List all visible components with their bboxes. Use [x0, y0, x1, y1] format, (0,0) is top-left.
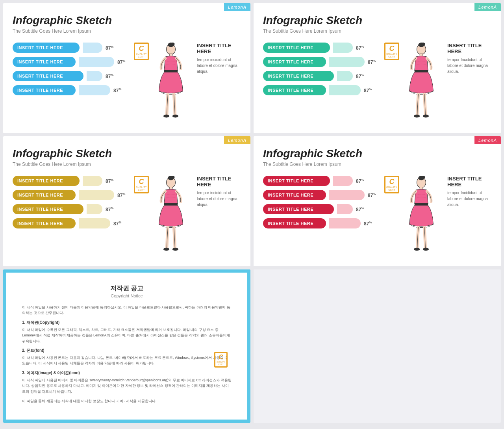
- svg-point-12: [414, 115, 420, 118]
- slide-red-content: INSERT TITLE HERE 87% INSERT TITLE HERE …: [263, 176, 491, 254]
- right-title-red: INSERT TITLE HERE: [447, 176, 491, 188]
- svg-point-2: [171, 43, 175, 46]
- bar-track: [337, 71, 353, 81]
- bar-track: [329, 85, 361, 95]
- slide-teal-subtitle: The Subtitle Goes Here Lorem Ipsum: [263, 28, 491, 34]
- bar-track: [333, 176, 353, 186]
- bar-percent: 87%: [113, 87, 124, 93]
- bar-track: [329, 190, 365, 200]
- bar-filled: INSERT TITLE HERE: [263, 218, 326, 228]
- right-text-blue: INSERT TITLE HERE tempor incididunt ut l…: [193, 43, 241, 74]
- bar-row: INSERT TITLE HERE 87%: [263, 85, 379, 95]
- bar-filled: INSERT TITLE HERE: [263, 57, 326, 67]
- bar-percent: 87%: [113, 221, 124, 227]
- bar-track: [333, 43, 353, 53]
- bar-percent: 87%: [106, 178, 117, 184]
- bar-row: INSERT TITLE HERE 87%: [13, 204, 128, 214]
- bar-track: [83, 176, 102, 186]
- right-text-yellow: INSERT TITLE HERE tempor incididunt ut l…: [193, 176, 241, 208]
- fashion-figure-blue: [151, 43, 191, 121]
- bar-track: [87, 71, 102, 81]
- bar-filled: INSERT TITLE HERE: [13, 190, 76, 200]
- slide-blue-subtitle: The Subtitle Goes Here Lorem Ipsum: [13, 28, 241, 34]
- badge-yellow: LemonA: [224, 136, 250, 144]
- bars-section-blue: INSERT TITLE HERE 87% INSERT TITLE HERE …: [13, 43, 132, 95]
- slide-red-subtitle: The Subtitle Goes Here Lorem Ipsum: [263, 162, 491, 167]
- right-body-teal: tempor Incididunt ut labore et dolore ma…: [447, 57, 491, 74]
- right-title-yellow: INSERT TITLE HERE: [197, 176, 241, 188]
- copyright-section-1: 1. 저작권(Copyright) 이 서식 파일에 수록된 모든 그래픽, 텍…: [22, 320, 232, 344]
- bar-row: INSERT TITLE HERE 87%: [13, 176, 128, 186]
- bar-filled: INSERT TITLE HERE: [13, 85, 76, 95]
- bar-row: INSERT TITLE HERE 87%: [263, 190, 379, 200]
- bar-row: INSERT TITLE HERE 87%: [13, 43, 128, 53]
- figure-area-red: [399, 176, 443, 254]
- bar-filled: INSERT TITLE HERE: [13, 176, 80, 186]
- bar-filled: INSERT TITLE HERE: [263, 85, 326, 95]
- bar-row: INSERT TITLE HERE 87%: [13, 218, 128, 228]
- right-title-teal: INSERT TITLE HERE: [447, 43, 491, 54]
- svg-point-9: [421, 43, 425, 46]
- bar-row: INSERT TITLE HERE 87%: [13, 190, 128, 200]
- slide-teal-title: Infographic Sketch: [263, 14, 491, 27]
- copyright-section-2: 2. 폰트(font) 이 서식 파일에 사용된 폰트는 다음과 같습니다. 나…: [22, 348, 232, 366]
- copyright-title: 저작권 공고: [22, 284, 232, 293]
- main-grid: LemonA Infographic Sketch The Subtitle G…: [0, 0, 504, 426]
- slide-blue-content: INSERT TITLE HERE 87% INSERT TITLE HERE …: [13, 43, 241, 121]
- bar-filled: INSERT TITLE HERE: [13, 218, 76, 228]
- bar-percent: 87%: [368, 192, 379, 198]
- copyright-section-4: 이 파일을 통해 제공되는 서식에 대한 어떠한 보장도 합니다 기이 · 서식…: [22, 398, 232, 404]
- bar-row: INSERT TITLE HERE 87%: [263, 71, 379, 81]
- c-logo-blue: C QUALITYCERT: [134, 43, 149, 60]
- bar-filled: INSERT TITLE HERE: [13, 204, 83, 214]
- bar-row: INSERT TITLE HERE 87%: [263, 218, 379, 228]
- svg-point-16: [171, 176, 175, 179]
- bar-percent: 87%: [356, 206, 367, 212]
- bar-percent: 87%: [106, 45, 117, 51]
- bar-track: [83, 43, 102, 53]
- svg-point-20: [172, 248, 178, 251]
- figure-area-yellow: [149, 176, 193, 254]
- fashion-figure-teal: [402, 43, 441, 121]
- slide-yellow-subtitle: The Subtitle Goes Here Lorem Ipsum: [13, 162, 241, 167]
- bar-track: [329, 57, 365, 67]
- badge-teal: LemonA: [474, 3, 501, 11]
- fashion-figure-yellow: [151, 176, 191, 254]
- bar-row: INSERT TITLE HERE 87%: [13, 85, 128, 95]
- bar-filled: INSERT TITLE HERE: [13, 57, 76, 67]
- c-logo-yellow: C QUALITYCERT: [134, 176, 149, 193]
- bars-section-yellow: INSERT TITLE HERE 87% INSERT TITLE HERE …: [13, 176, 132, 228]
- gray-area: [254, 269, 501, 423]
- copyright-body-intro: 이 서식 파일을 사용하기 전에 다음의 이용약관에 동의하십시오. 이 파일을…: [22, 305, 232, 316]
- bar-row: INSERT TITLE HERE 87%: [263, 57, 379, 67]
- copyright-section-3: 3. 이미지(image) & 아이콘(icon) 이 서식 파일에 사용된 이…: [22, 370, 232, 394]
- bar-track: [329, 218, 361, 228]
- c-logo-copyright: C QUALITYCERT: [214, 352, 228, 368]
- bar-percent: 87%: [356, 73, 367, 79]
- slide-blue: LemonA Infographic Sketch The Subtitle G…: [3, 3, 250, 133]
- bar-filled: INSERT TITLE HERE: [263, 190, 326, 200]
- svg-rect-18: [164, 203, 178, 206]
- bar-percent: 87%: [117, 59, 128, 65]
- bar-track: [337, 204, 353, 214]
- svg-point-23: [421, 176, 425, 179]
- bar-row: INSERT TITLE HERE 87%: [263, 176, 379, 186]
- slide-teal-content: INSERT TITLE HERE 87% INSERT TITLE HERE …: [263, 43, 491, 121]
- copyright-subtitle: Copyright Notice: [22, 293, 232, 298]
- right-body-yellow: tempor incididunt ut labore et dolore ma…: [197, 190, 241, 208]
- bar-filled: INSERT TITLE HERE: [13, 71, 83, 81]
- bar-percent: 87%: [368, 59, 379, 65]
- svg-point-6: [172, 115, 178, 118]
- bar-percent: 87%: [364, 221, 375, 227]
- right-body-blue: tempor incididunt ut labore et dolore ma…: [197, 57, 241, 74]
- right-text-red: INSERT TITLE HERE tempor Incididunt ut l…: [443, 176, 491, 208]
- svg-point-19: [163, 248, 169, 251]
- svg-point-5: [163, 115, 169, 118]
- bar-row: INSERT TITLE HERE 87%: [263, 204, 379, 214]
- bar-track: [79, 190, 114, 200]
- bar-filled: INSERT TITLE HERE: [263, 204, 334, 214]
- slide-red: LemonA Infographic Sketch The Subtitle G…: [254, 136, 501, 266]
- right-title-blue: INSERT TITLE HERE: [197, 43, 241, 54]
- bar-track: [79, 85, 110, 95]
- bar-filled: INSERT TITLE HERE: [263, 43, 330, 53]
